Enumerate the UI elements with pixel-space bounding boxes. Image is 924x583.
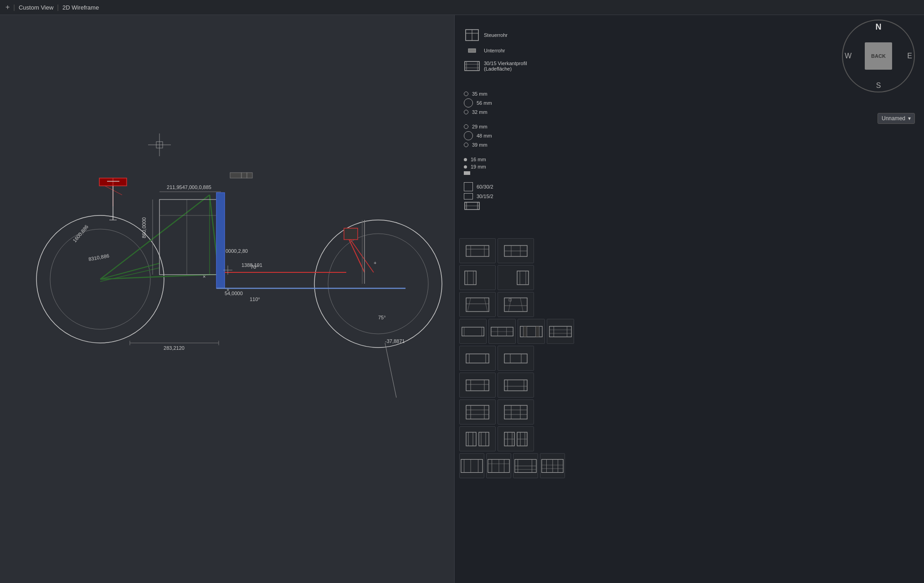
rect-small-dot (464, 171, 470, 175)
thumb-item[interactable] (459, 292, 496, 317)
separator-2: | (57, 4, 59, 11)
svg-text:1388,191: 1388,191 (241, 262, 262, 268)
steuerrohr-label: Steuerrohr (484, 32, 508, 38)
size-row-32mm: 32 mm (464, 109, 555, 115)
legend-item-steuerrohr: Steuerrohr (464, 29, 555, 41)
circle-39mm (464, 143, 468, 147)
size-16mm: 16 mm (471, 157, 486, 162)
thumb-item[interactable] (459, 453, 484, 478)
svg-rect-62 (465, 61, 479, 71)
size-3015: 30/15/2 (477, 194, 493, 199)
svg-text:283,2120: 283,2120 (164, 345, 185, 351)
svg-rect-151 (488, 459, 509, 472)
thumb-item[interactable] (488, 319, 516, 344)
thumb-row-2 (459, 265, 919, 290)
size-56mm: 56 mm (477, 100, 492, 106)
size-row-bracket (464, 201, 555, 210)
svg-rect-102 (524, 326, 527, 337)
svg-text:+: + (374, 260, 376, 266)
svg-line-87 (467, 298, 471, 312)
svg-rect-79 (465, 271, 476, 285)
svg-rect-26 (344, 228, 358, 240)
thumb-item[interactable] (498, 399, 534, 424)
svg-rect-0 (0, 15, 454, 583)
separator-1: | (13, 4, 15, 11)
size-row-19mm: 19 mm (464, 164, 555, 169)
thumb-row-7 (459, 399, 919, 424)
svg-line-92 (520, 298, 523, 312)
size-29mm: 29 mm (472, 124, 488, 129)
size-35mm: 35 mm (472, 91, 488, 97)
thumb-row-1 (459, 238, 919, 263)
thumb-item[interactable] (498, 426, 534, 451)
svg-rect-51 (230, 173, 241, 178)
circle-32mm (464, 110, 468, 114)
compass-west: W (845, 52, 852, 60)
svg-rect-123 (466, 405, 489, 419)
thumb-item[interactable] (547, 319, 574, 344)
size-48mm: 48 mm (477, 133, 492, 138)
svg-rect-104 (549, 326, 571, 337)
vierkant-label: 30/15 Vierkantprofil (Ladefläche) (484, 61, 555, 72)
thumb-item[interactable] (459, 238, 496, 263)
thumb-item[interactable] (459, 265, 496, 290)
thumb-item[interactable] (498, 265, 534, 290)
compass-north: N (876, 22, 882, 32)
thumb-row-3 (459, 292, 919, 317)
thumb-row-6 (459, 373, 919, 398)
thumb-item[interactable] (459, 319, 487, 344)
compass-back-button[interactable]: BACK (865, 42, 892, 70)
legend-area: Steuerrohr Unterrohr 30/15 Vierkantprofi (464, 29, 555, 75)
thumb-item[interactable] (513, 453, 538, 478)
rect-3015 (464, 193, 473, 199)
svg-rect-53 (247, 173, 252, 178)
svg-rect-71 (466, 245, 489, 256)
circle-29mm (464, 124, 468, 129)
circle-35mm (464, 92, 468, 96)
size-39mm: 39 mm (472, 142, 488, 148)
thumb-item[interactable] (486, 453, 511, 478)
thumb-item[interactable] (498, 346, 534, 371)
thumb-item[interactable] (540, 453, 565, 478)
dot-19mm (464, 165, 467, 169)
size-row-16mm: 16 mm (464, 157, 555, 162)
thumb-item[interactable] (459, 346, 496, 371)
size-row-48mm: 48 mm (464, 131, 555, 140)
dot-16mm (464, 158, 467, 161)
svg-rect-52 (241, 173, 247, 178)
thumb-item[interactable] (498, 292, 534, 317)
unterrohr-label: Unterrohr (484, 48, 505, 53)
svg-rect-82 (517, 271, 529, 285)
thumb-item[interactable] (459, 399, 496, 424)
svg-rect-94 (462, 327, 484, 336)
thumb-item[interactable] (498, 373, 534, 398)
wireframe-label: 2D Wireframe (62, 4, 99, 11)
svg-text:0000,2,80: 0000,2,80 (226, 248, 248, 254)
thumb-item[interactable] (459, 373, 496, 398)
size-row-29mm: 29 mm (464, 124, 555, 129)
svg-rect-133 (466, 432, 476, 446)
size-row-3015: 30/15/2 (464, 193, 555, 199)
viewport[interactable]: 211,9547,000,0,885 860,0000 0000,2,80 28… (0, 15, 454, 583)
size-6030: 60/30/2 (477, 184, 493, 189)
unnamed-dropdown[interactable]: Unnamed ▾ (878, 113, 915, 124)
thumb-row-8 (459, 426, 919, 451)
thumb-item[interactable] (459, 426, 496, 451)
add-button[interactable]: + (5, 3, 10, 11)
compass-ring: N S W E BACK (842, 20, 915, 92)
svg-line-88 (484, 298, 488, 312)
svg-rect-103 (536, 326, 539, 337)
rect-6030 (464, 182, 473, 191)
svg-text:×: × (203, 274, 205, 279)
svg-text:+: + (226, 287, 229, 292)
thumb-item[interactable] (518, 319, 545, 344)
svg-text:860,0000: 860,0000 (141, 217, 147, 238)
svg-rect-112 (504, 354, 527, 363)
thumb-row-4 (459, 319, 919, 344)
legend-item-unterrohr: Unterrohr (464, 44, 555, 57)
thumb-row-9 (459, 453, 919, 478)
size-row-dot3 (464, 171, 555, 175)
size-32mm: 32 mm (472, 109, 488, 115)
size-19mm: 19 mm (471, 164, 486, 169)
thumb-item[interactable] (498, 238, 534, 263)
